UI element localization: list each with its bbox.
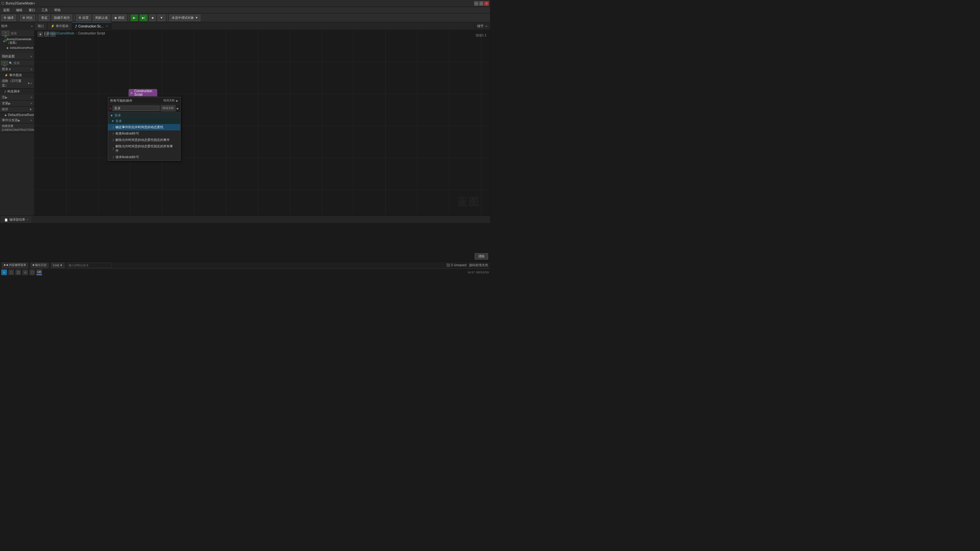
breadcrumb-sep: › [76, 32, 76, 35]
maximize-button[interactable]: □ [479, 1, 484, 6]
details-tab: 细节 × [474, 22, 490, 30]
titlebar-left: ⬡ Bunny2GameMode+ [1, 1, 35, 5]
tab-events[interactable]: ⚡ 事件图表 [48, 22, 72, 30]
blueprint-search-input[interactable] [13, 61, 35, 65]
minimize-button[interactable]: ─ [474, 1, 479, 6]
diff-button[interactable]: ⚙ 对比 [20, 15, 35, 21]
section-variables-add: + [30, 102, 32, 105]
section-variables[interactable]: 变量 ▶ + [0, 100, 34, 106]
close-button[interactable]: × [484, 1, 489, 6]
my-blueprint-close-icon[interactable]: × [30, 54, 32, 58]
context-filter-button[interactable]: 情境关联 [161, 105, 175, 111]
taskbar-app-1[interactable]: ⬚ [8, 270, 14, 275]
ctx-category-android[interactable]: ▼ 安卓 [108, 113, 180, 118]
context-search-row: × 情境关联 ▶ [108, 104, 180, 113]
no-debug-button[interactable]: 未选中调试对象 ▼ [169, 15, 200, 21]
details-close-icon[interactable]: × [485, 24, 487, 28]
hide-unrelated-button[interactable]: 隐藏不相关 [52, 15, 72, 21]
toolbar-separator-5 [167, 15, 167, 21]
toolbar-separator-4 [129, 15, 129, 21]
section-macros-arrow: ▶ [5, 96, 8, 99]
tree-item-defaultscene[interactable]: ◈ DefaultSceneRoot [0, 46, 34, 50]
tab-construction[interactable]: ƒ Construction Sc... × [72, 22, 111, 30]
settings-button[interactable]: ⚙ 设置 [76, 15, 91, 21]
context-search-input[interactable] [113, 106, 159, 111]
tab-viewport[interactable]: 视口 [35, 22, 48, 30]
clear-compile-button[interactable]: 清除 [475, 253, 488, 260]
console-bar: ■ ■ 内容侧滑菜单 ■ 输出日志 Cmd ▼ ⬛ 5 Unsaved 源码管理… [0, 262, 490, 268]
nav-left-button[interactable]: ◈ [38, 32, 43, 37]
menu-window[interactable]: 窗口 [27, 7, 37, 13]
tab-construction-close[interactable]: × [106, 25, 108, 28]
menu-help[interactable]: 帮助 [53, 7, 62, 13]
compile-icon: ⚙ [3, 16, 6, 19]
section-variables-arrow: ▶ [8, 102, 11, 105]
component-search-input[interactable] [11, 32, 35, 35]
section-components[interactable]: 组件 ▼ [0, 106, 34, 113]
console-input[interactable] [67, 263, 111, 268]
compile-button[interactable]: ⚙ 编译 [1, 15, 16, 21]
breadcrumb-parent[interactable]: Bunny2GameMode [47, 32, 74, 35]
menu-tools[interactable]: 工具 [40, 7, 49, 13]
output-log-button[interactable]: ■ 输出日志 [30, 263, 48, 268]
bp-item-construct[interactable]: ƒ 构造脚本 [0, 89, 34, 94]
blueprint-canvas[interactable]: ◈ ◁ ▷ ƒ Bunny2GameMode › Construction Sc… [35, 30, 490, 216]
ctx-item-3[interactable]: ƒ 解除允许时间意的动态委托指定的所有事件 [108, 143, 180, 154]
simulate-button[interactable]: ◉ 模拟 [112, 15, 127, 21]
more-icon: ▼ [160, 16, 163, 19]
ctx-item-0-icon: ƒ [113, 125, 114, 129]
compile-results-tab[interactable]: 📋 编译器结果 × [1, 216, 31, 223]
taskbar-ue-logo[interactable]: U [1, 270, 7, 275]
ctx-item-4-label: 请求Android许可 [116, 155, 139, 159]
taskbar-app-3[interactable]: ◇ [22, 270, 28, 275]
section-macros[interactable]: 宏 ▶ + [0, 94, 34, 100]
left-panels: + 添加 ▼ Bunny2GameMode（直我） ◈ DefaultScene… [0, 30, 35, 216]
section-graphs[interactable]: 图表 ▼ + [0, 66, 34, 72]
section-dispatchers[interactable]: 事件分发器 ▶ + [0, 118, 34, 124]
ctx-item-4[interactable]: ƒ 请求Android许可 [108, 154, 180, 160]
gamemode-label: Bunny2GameMode（直我） [7, 38, 32, 45]
ctx-item-1[interactable]: ƒ 检查Android许可 [108, 130, 180, 137]
bottom-tabs: 📋 编译器结果 × [0, 216, 490, 223]
bp-item-events[interactable]: ⚡ 事件图表 [0, 72, 34, 78]
components-close-icon[interactable]: × [31, 24, 33, 28]
context-menu-title: 所有可能的操作 [110, 98, 132, 103]
compile-area: 清除 [0, 223, 490, 262]
toolbar-separator-2 [37, 15, 37, 21]
defaults-button[interactable]: 类默认值 [93, 15, 110, 21]
ctx-item-2[interactable]: ƒ 解除允许时间意的动态委托指定的事件 [108, 137, 180, 143]
tree-item-gamemode[interactable]: ▼ Bunny2GameMode（直我） [0, 37, 34, 46]
menu-blueprint[interactable]: 蓝图 [2, 7, 11, 13]
compile-results-close[interactable]: × [27, 218, 28, 221]
cmd-dropdown-button[interactable]: Cmd ▼ [51, 263, 64, 268]
taskbar-app-active[interactable]: UE [37, 270, 42, 275]
add-component-bar: + 添加 [0, 30, 34, 37]
section-local-label: 相册变量 (USENCONSTRUCTIONSCRIPT) [2, 124, 35, 131]
stop-button[interactable]: ■ [149, 15, 156, 21]
add-blueprint-button[interactable]: + 添加 [1, 61, 8, 65]
section-local-vars[interactable]: 相册变量 (USENCONSTRUCTIONSCRIPT) + [0, 124, 34, 132]
more-play-button[interactable]: ▼ [158, 15, 165, 21]
section-functions-arrow: ▼ [27, 82, 30, 85]
taskbar-time: 14:17 [467, 271, 475, 274]
bp-item-defaultscene[interactable]: ◈ DefaultSceneRoot [0, 113, 34, 118]
title-text: Bunny2GameMode+ [6, 2, 35, 5]
menu-edit[interactable]: 编辑 [15, 7, 24, 13]
find-button[interactable]: 查监 [39, 15, 50, 21]
ctx-item-4-icon: ƒ [113, 156, 114, 159]
content-browser-button[interactable]: ■ ■ 内容侧滑菜单 [2, 263, 28, 268]
taskbar-app-4[interactable]: ⬚ [29, 270, 35, 275]
scene-root-label: DefaultSceneRoot [10, 46, 33, 49]
ctx-subcategory[interactable]: ▼ 安卓 [108, 118, 180, 124]
ctx-item-0-label: 确定事件到允许时间意的动态委托 [116, 125, 163, 129]
add-component-button[interactable]: + 添加 [2, 31, 9, 36]
ctx-item-0[interactable]: ƒ 确定事件到允许时间意的动态委托 [108, 124, 180, 130]
play-button[interactable]: ▶ [131, 15, 138, 21]
ctx-close-icon[interactable]: × [110, 106, 111, 110]
section-functions[interactable]: 函数（31可覆盖） ▼ + [0, 78, 34, 89]
tree-expand-icon: ▼ [3, 40, 5, 43]
taskbar-app-2[interactable]: ▢ [15, 270, 21, 275]
panel-divider [0, 51, 34, 52]
play-step-button[interactable]: ▶| [140, 15, 148, 21]
taskbar-left: U ⬚ ▢ ◇ ⬚ UE [1, 270, 42, 275]
